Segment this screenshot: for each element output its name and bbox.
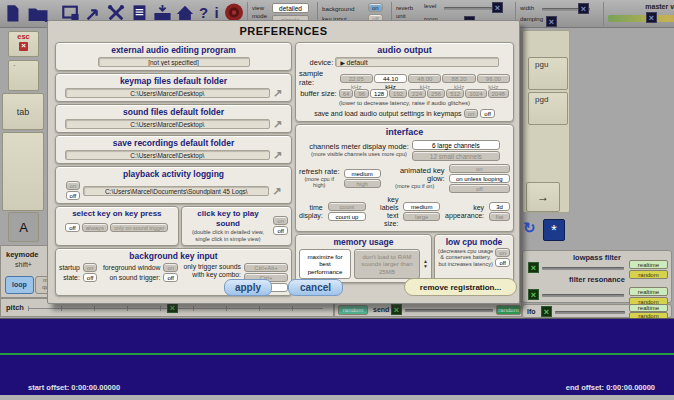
refresh-medium-button[interactable]: medium [344, 169, 381, 178]
key-backtick[interactable]: ` [8, 60, 39, 91]
resonance-slider[interactable] [542, 294, 624, 297]
keymap-save-label: save and load audio output settings in k… [314, 110, 462, 117]
waveform-display[interactable]: start offset: 0:00:00.00000 end offset: … [0, 318, 674, 395]
key-3d-button[interactable]: 3d [489, 202, 510, 211]
buffer-192-button[interactable]: 192 [389, 89, 407, 98]
click-key-off-button[interactable]: off [273, 226, 288, 235]
time-count-down-button[interactable]: count down [328, 202, 366, 211]
key-pgu[interactable]: pgu [528, 57, 568, 90]
pan-random-button[interactable]: random [338, 305, 368, 315]
buffer-1024-button[interactable]: 1024 [465, 89, 486, 98]
memory-maximize-button[interactable]: maximize for best performance [299, 249, 351, 280]
recordings-folder-path[interactable]: C:\Users\Marcel\Desktop\ [65, 150, 270, 160]
buffer-2048-button[interactable]: 2048 [488, 89, 509, 98]
key-a[interactable]: A [8, 212, 39, 242]
labels-medium-button[interactable]: medium [403, 202, 440, 211]
lowpass-random-button[interactable]: random [629, 270, 668, 279]
key-esc[interactable]: esc × [8, 31, 39, 57]
browse-folder-icon[interactable]: ↗ [273, 88, 282, 98]
keymap-save-off-button[interactable]: off [480, 109, 495, 118]
refresh-high-button[interactable]: high [344, 179, 381, 188]
browse-folder-icon[interactable]: ↗ [273, 150, 282, 160]
sound-folder-path[interactable]: C:\Users\Marcel\Desktop\ [65, 119, 270, 129]
sample-rate-22-button[interactable]: 22.05 kHz [340, 74, 373, 83]
startup-on-button[interactable]: on [83, 263, 98, 272]
startup-off-button[interactable]: off [83, 273, 98, 282]
key-pgu-label: pgu [535, 60, 548, 69]
sample-rate-48-button[interactable]: 48.00 kHz [408, 74, 441, 83]
glow-on-unless-looping-button[interactable]: on unless looping [449, 174, 510, 183]
click-key-on-button[interactable]: on [273, 216, 288, 225]
select-key-off-button[interactable]: off [65, 223, 80, 232]
width-handle[interactable]: × [578, 3, 589, 14]
sample-rate-44-button[interactable]: 44.10 kHz [374, 74, 407, 83]
browse-folder-icon[interactable]: ↗ [272, 186, 281, 196]
reverb-level-handle[interactable]: × [492, 2, 503, 13]
new-file-icon[interactable] [2, 2, 22, 23]
send-slider[interactable] [405, 309, 493, 312]
external-editor-value-button[interactable]: [not yet specified] [98, 57, 250, 67]
master-volume-handle[interactable]: × [646, 12, 657, 23]
labels-large-button[interactable]: large [403, 212, 440, 221]
lfo-realtime-button[interactable]: realtime [629, 304, 668, 312]
refresh-icon[interactable]: ↻ [523, 219, 536, 237]
select-key-only-trigger-button[interactable]: only on sound trigger [110, 223, 168, 232]
key-right-arrow[interactable]: → [526, 182, 560, 212]
master-volume-slider[interactable] [608, 15, 674, 22]
buffer-224-button[interactable]: 224 [408, 89, 426, 98]
channels-12-small-button[interactable]: 12 small channels [412, 151, 500, 161]
buffer-128-button[interactable]: 128 [370, 89, 388, 98]
sample-rate-96-button[interactable]: 96.00 kHz [477, 74, 510, 83]
section-select-key: select key on key press off always only … [55, 206, 179, 246]
remove-registration-button[interactable]: remove registration... [404, 278, 517, 296]
low-cpu-on-button[interactable]: on [495, 248, 510, 257]
key-pgd[interactable]: pgd [528, 92, 568, 125]
channels-6-large-button[interactable]: 6 large channels [412, 140, 500, 150]
lowpass-realtime-button[interactable]: realtime [629, 260, 668, 269]
key-tab[interactable]: tab [2, 93, 44, 130]
keymap-save-on-button[interactable]: on [464, 109, 479, 118]
damping-handle[interactable]: × [546, 16, 557, 27]
send-handle[interactable]: × [391, 304, 402, 315]
resonance-realtime-button[interactable]: realtime [629, 287, 668, 296]
combo-ctrl-alt-button[interactable]: Ctrl+Alt+ [244, 263, 288, 272]
buffer-96-button[interactable]: 96 [354, 89, 369, 98]
buffer-512-button[interactable]: 512 [446, 89, 464, 98]
sample-rate-88-button[interactable]: 88.20 kHz [442, 74, 475, 83]
lowpass-slider[interactable] [542, 267, 624, 270]
lowpass-handle[interactable]: × [528, 262, 539, 273]
logging-off-button[interactable]: off [66, 191, 81, 200]
cancel-button[interactable]: cancel [288, 279, 343, 296]
logging-folder-path[interactable]: C:\Users\Marcel\Documents\Soundplant 45 … [83, 186, 269, 196]
bg-key-on-toggle[interactable]: on [368, 3, 383, 12]
low-cpu-off-button[interactable]: off [495, 258, 510, 267]
device-dropdown[interactable]: ▶ default [335, 57, 499, 67]
settings-gear-icon[interactable]: * [543, 219, 565, 241]
time-label: time [299, 204, 323, 212]
lfo-handle[interactable]: × [541, 306, 552, 317]
lfo-slider[interactable] [555, 311, 625, 314]
reverb-unit-label: unit [396, 13, 406, 20]
select-key-always-button[interactable]: always [82, 223, 108, 232]
browse-folder-icon[interactable]: ↗ [273, 119, 282, 129]
buffer-256-button[interactable]: 256 [427, 89, 445, 98]
memory-limit-button[interactable]: don't load to RAM sounds larger than 25M… [354, 249, 420, 280]
foreground-off-button[interactable]: off [163, 273, 178, 282]
reverb-level-slider[interactable] [444, 7, 492, 10]
key-flat-button[interactable]: flat [489, 212, 510, 221]
glow-off-button[interactable]: off [449, 184, 510, 193]
memory-limit-stepper[interactable]: ▲ ▼ [423, 249, 428, 280]
keymap-folder-path[interactable]: C:\Users\Marcel\Desktop\ [65, 88, 270, 98]
key-blank[interactable] [2, 132, 44, 211]
loop-button[interactable]: loop [5, 276, 34, 294]
time-count-up-button[interactable]: count up [328, 212, 366, 221]
view-detailed-button[interactable]: detailed [272, 3, 309, 13]
glow-on-button[interactable]: on [449, 164, 510, 173]
buffer-64-button[interactable]: 64 [339, 89, 354, 98]
resonance-handle[interactable]: × [528, 289, 539, 300]
foreground-on-button[interactable]: on [163, 263, 178, 272]
memory-lowcpu-row: memory usage maximize for best performan… [295, 234, 514, 284]
logging-on-button[interactable]: on [66, 181, 81, 190]
apply-button[interactable]: apply [224, 279, 272, 296]
send-random-button[interactable]: random [496, 305, 521, 315]
